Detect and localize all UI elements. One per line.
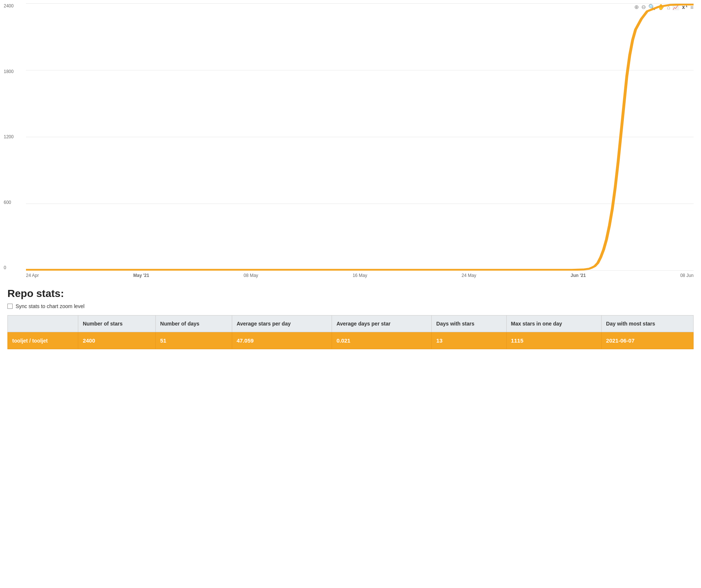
x-label-jun21: Jun '21	[570, 273, 586, 278]
col-header-avg-stars: Average stars per day	[232, 316, 332, 332]
repo-name: tooljet / tooljet	[8, 332, 78, 349]
sync-checkbox[interactable]	[7, 304, 13, 309]
y-axis-labels: 0 600 1200 1800 2400	[4, 4, 14, 271]
col-header-empty	[8, 316, 78, 332]
cell-day-most: 2021-06-07	[602, 332, 694, 349]
col-header-day-most: Day with most stars	[602, 316, 694, 332]
x-label-08jun: 08 Jun	[680, 273, 694, 278]
col-header-stars: Number of stars	[78, 316, 156, 332]
x-label-24may: 24 May	[462, 273, 476, 278]
x-label-08may: 08 May	[244, 273, 258, 278]
cell-avg-stars: 47.059	[232, 332, 332, 349]
cell-days: 51	[155, 332, 232, 349]
sync-label: Sync stats to chart zoom level	[16, 303, 85, 309]
x-axis-labels: 24 Apr May '21 08 May 16 May 24 May Jun …	[26, 271, 694, 282]
col-header-avg-days: Average days per star	[332, 316, 432, 332]
x-label-may21: May '21	[133, 273, 149, 278]
y-label-2400: 2400	[4, 4, 14, 8]
col-header-max-stars: Max stars in one day	[506, 316, 601, 332]
cell-max-stars: 1115	[506, 332, 601, 349]
y-label-1800: 1800	[4, 69, 14, 74]
sync-checkbox-row: Sync stats to chart zoom level	[7, 303, 694, 309]
y-label-600: 600	[4, 200, 14, 205]
chart-area: 0 600 1200 1800 2400	[26, 4, 694, 271]
table-header-row: Number of stars Number of days Average s…	[8, 316, 694, 332]
cell-days-stars: 13	[432, 332, 506, 349]
chart-svg	[26, 4, 694, 271]
col-header-days-stars: Days with stars	[432, 316, 506, 332]
stats-table: Number of stars Number of days Average s…	[7, 315, 694, 349]
repo-stats-title: Repo stats:	[7, 288, 694, 300]
cell-stars: 2400	[78, 332, 156, 349]
col-header-days: Number of days	[155, 316, 232, 332]
y-label-1200: 1200	[4, 135, 14, 139]
table-row: tooljet / tooljet 2400 51 47.059 0.021 1…	[8, 332, 694, 349]
y-label-0: 0	[4, 265, 14, 270]
chart-container: ⊕ ⊖ 🔍 ✋ ⌂ 📈 x¹ ≡ 0 600 1200 1800 2400	[0, 0, 701, 282]
x-label-16may: 16 May	[353, 273, 367, 278]
x-label-24apr: 24 Apr	[26, 273, 39, 278]
cell-avg-days: 0.021	[332, 332, 432, 349]
repo-stats-section: Repo stats: Sync stats to chart zoom lev…	[0, 282, 701, 349]
